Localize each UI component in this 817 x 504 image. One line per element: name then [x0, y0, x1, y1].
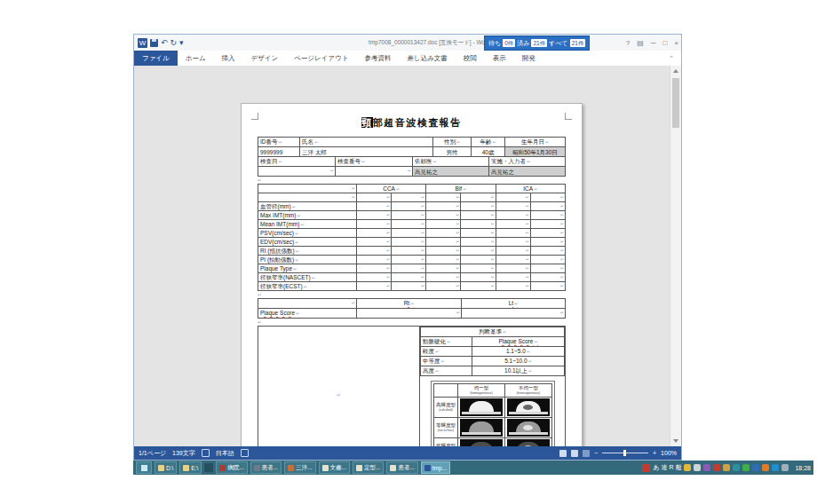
- taskbar-clock[interactable]: 18:28: [795, 465, 811, 471]
- meas-value-cell[interactable]: [357, 282, 392, 291]
- taskbar-app[interactable]: 文書...: [319, 461, 350, 474]
- meas-value-cell[interactable]: [461, 202, 496, 211]
- criteria-left-empty-cell[interactable]: ↵: [258, 327, 420, 447]
- plaque-score-lt-value[interactable]: [462, 309, 566, 319]
- tab-review[interactable]: 校閲: [456, 51, 485, 66]
- macro-record-icon[interactable]: [241, 449, 249, 457]
- ime-mode-letter[interactable]: 連: [661, 462, 667, 473]
- tab-mailings[interactable]: 差し込み文書: [400, 51, 456, 66]
- tray-icon-purple[interactable]: [703, 464, 710, 471]
- meas-value-cell[interactable]: [392, 273, 426, 282]
- word-count[interactable]: 139文字: [172, 449, 195, 458]
- meas-value-cell[interactable]: [392, 238, 426, 247]
- meas-value-cell[interactable]: [392, 202, 426, 211]
- meas-value-cell[interactable]: [461, 247, 496, 256]
- taskbar-app[interactable]: 病院...: [216, 461, 247, 474]
- meas-value-cell[interactable]: [392, 211, 426, 220]
- meas-value-cell[interactable]: [496, 229, 530, 238]
- tab-page-layout[interactable]: ページレイアウト: [286, 51, 356, 66]
- meas-value-cell[interactable]: [496, 220, 530, 229]
- exam-date-value[interactable]: [258, 167, 336, 177]
- tray-icon-navy[interactable]: [752, 464, 759, 471]
- ime-mode-letter[interactable]: 般: [675, 462, 681, 473]
- meas-value-cell[interactable]: [426, 211, 461, 220]
- meas-value-cell[interactable]: [392, 264, 426, 273]
- scroll-down-icon[interactable]: [673, 439, 678, 443]
- patient-birthdate-value[interactable]: 昭和50年1月30日: [505, 147, 566, 157]
- zoom-level[interactable]: 100%: [661, 450, 677, 456]
- meas-value-cell[interactable]: [530, 256, 565, 264]
- tray-icon-blue[interactable]: [772, 464, 779, 471]
- meas-value-cell[interactable]: [461, 264, 496, 273]
- tray-icon-orange[interactable]: [762, 464, 769, 471]
- tray-icon-red[interactable]: [713, 464, 720, 471]
- meas-value-cell[interactable]: [530, 238, 565, 247]
- meas-value-cell[interactable]: [357, 238, 392, 247]
- scrollbar-thumb[interactable]: [672, 78, 679, 128]
- meas-value-cell[interactable]: [461, 229, 496, 238]
- meas-value-cell[interactable]: [496, 202, 530, 211]
- tab-developer[interactable]: 開発: [514, 51, 543, 66]
- zoom-out-button[interactable]: −: [594, 450, 598, 456]
- notification-icon[interactable]: [642, 464, 650, 472]
- meas-value-cell[interactable]: [392, 247, 426, 256]
- meas-value-cell[interactable]: [392, 229, 426, 238]
- queue-status-badge[interactable]: 待ち 0件 済み 21件 すべて 21件: [484, 35, 590, 51]
- meas-empty-cell[interactable]: [258, 193, 357, 202]
- ribbon-collapse-icon[interactable]: ⌃: [662, 51, 681, 66]
- meas-value-cell[interactable]: [357, 264, 392, 273]
- tab-home[interactable]: ホーム: [178, 51, 214, 66]
- meas-value-cell[interactable]: [530, 220, 565, 229]
- scroll-up-icon[interactable]: [673, 69, 678, 73]
- restore-button[interactable]: □: [662, 39, 667, 47]
- meas-empty-cell[interactable]: [392, 193, 426, 202]
- help-button[interactable]: ?: [626, 39, 630, 47]
- meas-empty-cell[interactable]: [461, 193, 496, 202]
- page-count[interactable]: 1/1ページ: [139, 449, 166, 458]
- meas-value-cell[interactable]: [426, 247, 461, 256]
- meas-value-cell[interactable]: [496, 238, 530, 247]
- meas-value-cell[interactable]: [357, 273, 392, 282]
- tab-view[interactable]: 表示: [485, 51, 514, 66]
- meas-value-cell[interactable]: [426, 256, 461, 264]
- meas-value-cell[interactable]: [530, 229, 565, 238]
- ime-mode-letter[interactable]: あ: [653, 462, 659, 473]
- meas-empty-cell[interactable]: [426, 193, 461, 202]
- meas-value-cell[interactable]: [426, 238, 461, 247]
- tab-design[interactable]: デザイン: [243, 51, 287, 66]
- exam-number-value[interactable]: [336, 167, 413, 177]
- meas-empty-cell[interactable]: [530, 193, 565, 202]
- meas-value-cell[interactable]: [530, 264, 565, 273]
- taskbar-app[interactable]: 患者...: [250, 461, 282, 474]
- vertical-scrollbar[interactable]: [670, 66, 681, 446]
- undo-icon[interactable]: ↶: [161, 38, 168, 47]
- meas-value-cell[interactable]: [426, 229, 461, 238]
- tab-insert[interactable]: 挿入: [214, 51, 243, 66]
- meas-value-cell[interactable]: [426, 273, 461, 282]
- tray-icon-gray[interactable]: [781, 464, 789, 471]
- close-button[interactable]: ×: [674, 39, 678, 47]
- taskbar-app[interactable]: 定型...: [353, 461, 384, 474]
- ime-mode-letter[interactable]: R: [669, 462, 673, 473]
- meas-value-cell[interactable]: [392, 282, 426, 291]
- meas-value-cell[interactable]: [496, 247, 530, 256]
- patient-sex-value[interactable]: 男性: [433, 147, 472, 157]
- minimize-button[interactable]: ─: [651, 39, 656, 47]
- meas-value-cell[interactable]: [461, 220, 496, 229]
- tab-file[interactable]: ファイル: [134, 51, 178, 66]
- requesting-doctor-value[interactable]: 高見祐之: [413, 167, 489, 177]
- operator-value[interactable]: 高見祐之: [489, 167, 566, 177]
- taskbar-app-active[interactable]: tmp...: [421, 461, 450, 474]
- meas-empty-cell[interactable]: [357, 193, 392, 202]
- meas-value-cell[interactable]: [392, 220, 426, 229]
- ime-status[interactable]: あ連R般: [653, 462, 681, 473]
- meas-value-cell[interactable]: [461, 273, 496, 282]
- meas-value-cell[interactable]: [461, 282, 496, 291]
- meas-value-cell[interactable]: [357, 220, 392, 229]
- meas-value-cell[interactable]: [496, 256, 530, 264]
- meas-value-cell[interactable]: [530, 247, 565, 256]
- meas-value-cell[interactable]: [496, 282, 530, 291]
- zoom-in-button[interactable]: +: [653, 450, 656, 456]
- zoom-slider-thumb[interactable]: [623, 450, 626, 456]
- print-layout-icon[interactable]: [571, 450, 578, 457]
